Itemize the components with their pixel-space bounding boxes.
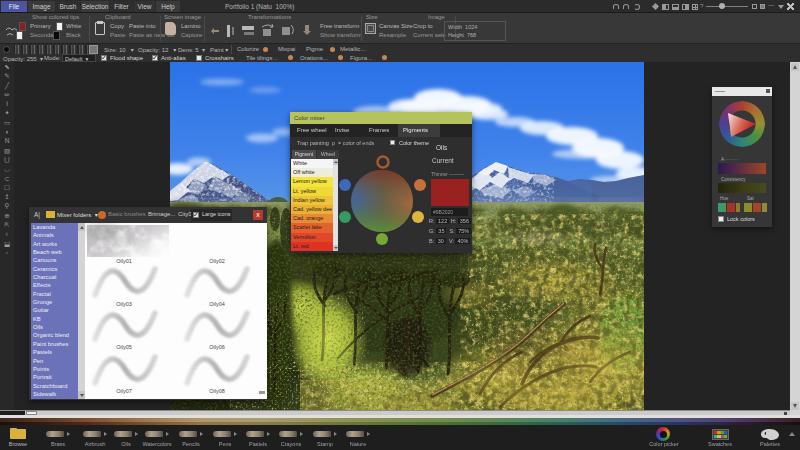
svg-text:Oily02: Oily02 — [209, 258, 225, 264]
svg-text:Oily08: Oily08 — [209, 388, 225, 394]
svg-text:Oily04: Oily04 — [209, 301, 225, 307]
svg-text:Oily01: Oily01 — [116, 258, 132, 264]
svg-text:Oily07: Oily07 — [116, 388, 132, 394]
svg-text:Oily05: Oily05 — [116, 344, 132, 350]
svg-text:Oily06: Oily06 — [209, 344, 225, 350]
svg-text:Oily03: Oily03 — [116, 301, 132, 307]
